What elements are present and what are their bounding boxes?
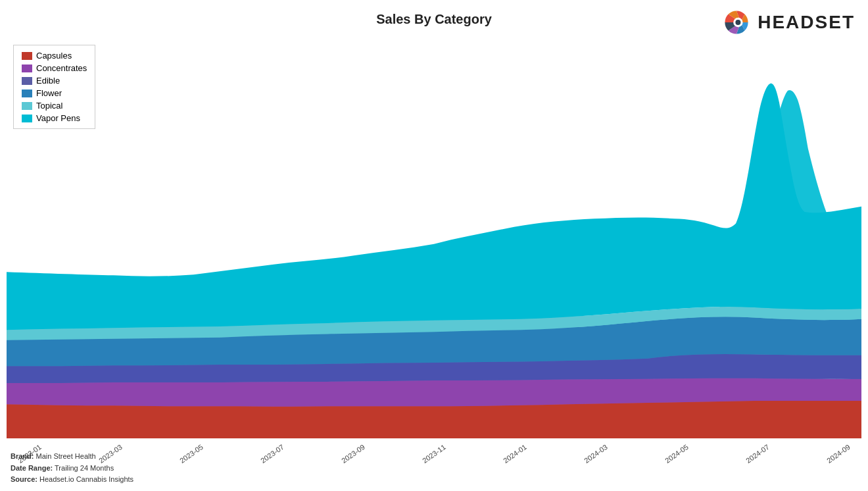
x-label-5: 2023-11	[421, 443, 447, 465]
source-value: Headset.io Cannabis Insights	[39, 475, 133, 483]
brand-value: Main Street Health	[36, 452, 96, 460]
capsules-area	[7, 401, 861, 438]
headset-logo-icon	[721, 7, 752, 38]
x-axis: 2023-01 2023-03 2023-05 2023-07 2023-09 …	[7, 450, 861, 466]
chart-title: Sales By Category	[376, 12, 492, 27]
x-label-7: 2024-03	[583, 443, 609, 465]
x-label-2: 2023-05	[178, 443, 205, 465]
x-label-3: 2023-07	[259, 443, 285, 465]
footer-info: Brand: Main Street Health Date Range: Tr…	[11, 451, 133, 486]
chart-container	[7, 43, 861, 438]
chart-svg-overlay	[7, 43, 861, 438]
brand-label: Brand:	[11, 452, 34, 460]
x-label-9: 2024-07	[744, 443, 771, 465]
page-wrapper: HEADSET Sales By Category Capsules Conce…	[0, 0, 868, 491]
svg-point-1	[736, 20, 741, 25]
vapor-pens-area	[7, 84, 861, 330]
x-label-4: 2023-09	[340, 443, 366, 465]
x-label-6: 2024-01	[502, 443, 528, 465]
source-label: Source:	[11, 475, 37, 483]
x-label-10: 2024-09	[825, 443, 852, 465]
logo-area: HEADSET	[721, 7, 855, 38]
logo-text: HEADSET	[758, 12, 855, 33]
daterange-label: Date Range:	[11, 464, 53, 472]
x-label-8: 2024-05	[663, 443, 690, 465]
daterange-value: Trailing 24 Months	[55, 464, 114, 472]
